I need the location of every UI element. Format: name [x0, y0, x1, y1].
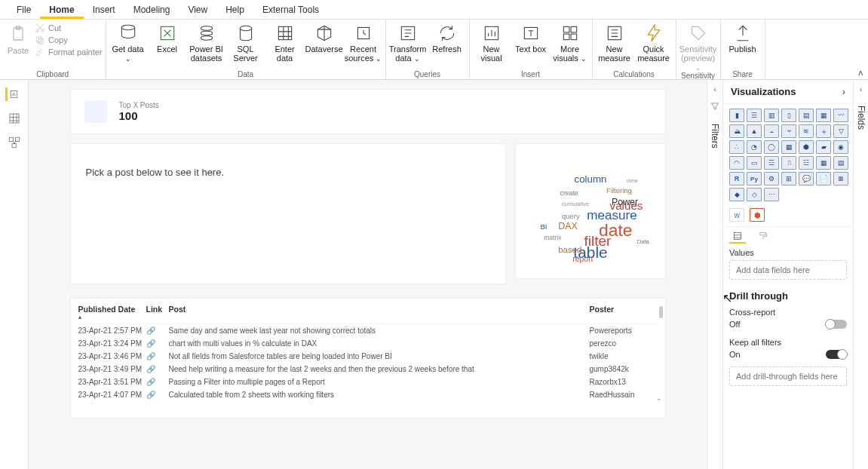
format-painter-button[interactable]: Format painter: [35, 47, 103, 57]
viz-funnel[interactable]: ▽: [833, 124, 848, 138]
sql-server-button[interactable]: SQL Server: [227, 20, 265, 63]
table-row[interactable]: 23-Apr-21 3:24 PM🔗chart with multi value…: [78, 337, 658, 350]
col-link[interactable]: Link: [146, 305, 169, 320]
viz-r[interactable]: R: [729, 172, 744, 185]
viz-100-bar[interactable]: ▤: [799, 109, 814, 122]
viz-multirow[interactable]: ☲: [764, 156, 779, 170]
new-measure-button[interactable]: New measure: [596, 20, 633, 63]
table-row[interactable]: 23-Apr-21 3:46 PM🔗Not all fields from Sa…: [78, 350, 658, 363]
viz-stacked-bar[interactable]: ▮: [729, 109, 744, 122]
copy-button[interactable]: Copy: [35, 35, 103, 45]
data-view-button[interactable]: [8, 112, 21, 125]
viz-line-col[interactable]: ⫠: [764, 124, 779, 138]
viz-powerapps[interactable]: ◇: [747, 188, 762, 201]
viz-filled-map[interactable]: ▰: [816, 140, 831, 154]
drillthrough-dropzone[interactable]: Add drill-through fields here: [729, 366, 847, 386]
menu-insert[interactable]: Insert: [84, 2, 124, 19]
viz-wordcloud-custom[interactable]: w: [729, 208, 744, 222]
card-visual-top-posts[interactable]: Top X Posts 100: [70, 89, 666, 134]
text-box-button[interactable]: Text box: [512, 20, 550, 54]
menu-home[interactable]: Home: [40, 2, 83, 19]
viz-py[interactable]: Py: [747, 172, 762, 185]
viz-qa[interactable]: 💬: [799, 172, 814, 185]
link-icon[interactable]: 🔗: [146, 339, 169, 348]
viz-shape-map[interactable]: ◉: [833, 140, 848, 154]
viz-stacked-col[interactable]: ▥: [764, 109, 779, 122]
viz-stacked-area[interactable]: ▲: [747, 124, 762, 138]
report-canvas[interactable]: Top X Posts 100 Pick a post below to see…: [29, 80, 707, 469]
chevron-left-icon[interactable]: ‹: [860, 84, 863, 93]
viz-get-more[interactable]: ⋯: [764, 188, 779, 201]
sensitivity-button[interactable]: Sensitivity (preview) ⌄: [679, 20, 717, 72]
viz-clustered-bar[interactable]: ☰: [747, 109, 762, 122]
viz-slicer[interactable]: ☳: [799, 156, 814, 170]
paste-button[interactable]: Paste: [3, 20, 33, 55]
fields-tab[interactable]: [729, 230, 746, 244]
menu-modeling[interactable]: Modeling: [124, 2, 179, 19]
values-dropzone[interactable]: Add data fields here: [729, 260, 847, 280]
dataverse-button[interactable]: Dataverse: [305, 20, 343, 54]
format-tab[interactable]: [755, 230, 771, 244]
viz-matrix[interactable]: ▤: [833, 156, 848, 170]
collapse-ribbon-button[interactable]: ʌ: [858, 68, 863, 78]
filters-pane-collapsed[interactable]: ‹ Filters: [707, 80, 723, 469]
chevron-left-icon[interactable]: ‹: [713, 84, 716, 93]
viz-donut[interactable]: ◯: [764, 140, 779, 154]
menu-help[interactable]: Help: [216, 2, 253, 19]
publish-button[interactable]: Publish: [724, 20, 762, 54]
col-poster[interactable]: Poster: [590, 305, 658, 320]
pbi-datasets-button[interactable]: Power BI datasets: [188, 20, 225, 63]
viz-line-col2[interactable]: ⫟: [781, 124, 796, 138]
table-row[interactable]: 23-Apr-21 4:07 PM🔗Calculated table from …: [78, 388, 658, 401]
placeholder-visual[interactable]: Pick a post below to see it here.: [70, 143, 506, 284]
col-post[interactable]: Post: [169, 305, 590, 320]
viz-table[interactable]: ▦: [816, 156, 831, 170]
quick-measure-button[interactable]: Quick measure: [635, 20, 673, 63]
transform-data-button[interactable]: Transform data ⌄: [389, 20, 427, 63]
enter-data-button[interactable]: Enter data: [266, 20, 304, 63]
excel-button[interactable]: Excel: [149, 20, 186, 54]
link-icon[interactable]: 🔗: [146, 326, 169, 335]
viz-clustered-col[interactable]: ▯: [781, 109, 796, 122]
link-icon[interactable]: 🔗: [146, 391, 169, 399]
scroll-down-icon[interactable]: ⌄: [656, 394, 663, 401]
table-row[interactable]: 23-Apr-21 3:49 PM🔗Need help writing a me…: [78, 363, 658, 376]
menu-view[interactable]: View: [179, 2, 216, 19]
scrollbar-thumb[interactable]: [659, 306, 663, 318]
viz-100-col[interactable]: ▦: [816, 109, 831, 122]
viz-map[interactable]: ⬢: [799, 140, 814, 154]
get-data-button[interactable]: Get data ⌄: [109, 20, 147, 63]
more-visuals-button[interactable]: More visuals ⌄: [551, 20, 589, 63]
viz-html-custom[interactable]: ⬢: [750, 208, 765, 222]
report-view-button[interactable]: [5, 87, 19, 101]
viz-pie[interactable]: ◔: [747, 140, 762, 154]
viz-area[interactable]: ⛰: [729, 124, 744, 138]
new-visual-button[interactable]: New visual: [473, 20, 511, 63]
viz-kpi[interactable]: ⎍: [781, 156, 796, 170]
link-icon[interactable]: 🔗: [146, 365, 169, 373]
viz-paginated[interactable]: 🗎: [833, 172, 848, 185]
table-row[interactable]: 23-Apr-21 3:51 PM🔗Passing a Filter into …: [78, 376, 658, 388]
recent-sources-button[interactable]: Recent sources ⌄: [345, 20, 382, 63]
viz-narrative[interactable]: 📄: [816, 172, 831, 185]
link-icon[interactable]: 🔗: [146, 378, 169, 386]
link-icon[interactable]: 🔗: [146, 352, 169, 360]
viz-ribbon[interactable]: ≋: [799, 124, 814, 138]
viz-line[interactable]: 〰: [833, 109, 848, 122]
viz-gauge[interactable]: ◠: [729, 156, 744, 170]
cross-report-toggle[interactable]: [826, 320, 847, 329]
keep-filters-toggle[interactable]: [826, 350, 847, 359]
chevron-right-icon[interactable]: ›: [842, 87, 845, 97]
model-view-button[interactable]: [8, 136, 21, 149]
viz-card[interactable]: ▭: [747, 156, 762, 170]
viz-waterfall[interactable]: ⏚: [816, 124, 831, 138]
viz-arcgis[interactable]: ◆: [729, 188, 744, 201]
table-row[interactable]: 23-Apr-21 2:57 PM🔗Same day and same week…: [78, 324, 658, 337]
fields-pane-collapsed[interactable]: ‹ Fields: [853, 80, 868, 469]
table-visual[interactable]: Published Date▴ Link Post Poster 23-Apr-…: [70, 298, 666, 418]
menu-external-tools[interactable]: External Tools: [253, 2, 328, 19]
cut-button[interactable]: Cut: [35, 23, 103, 33]
viz-scatter[interactable]: ∴: [729, 140, 744, 154]
menu-file[interactable]: File: [8, 2, 40, 19]
viz-treemap[interactable]: ▦: [781, 140, 796, 154]
